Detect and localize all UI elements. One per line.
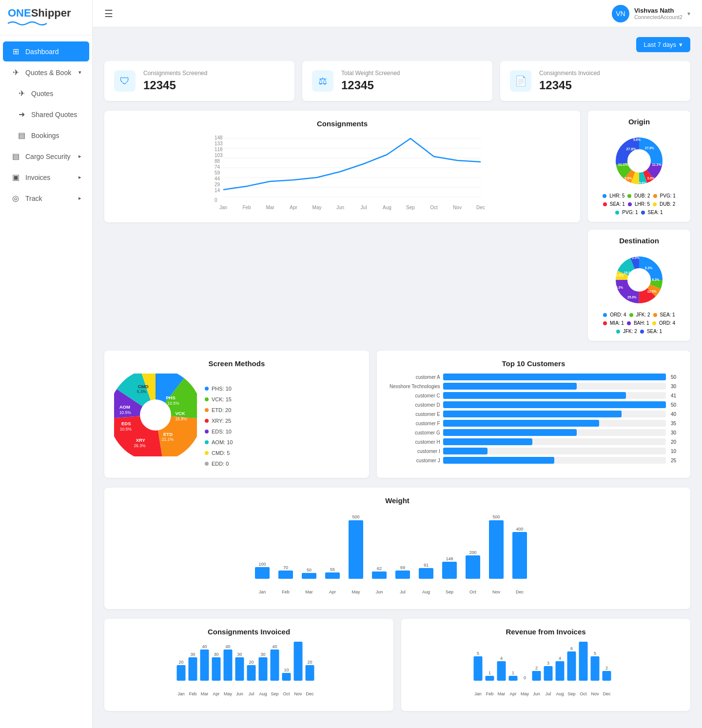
sidebar-item-cargo-security[interactable]: ▤ Cargo Security ▸	[3, 146, 89, 166]
stat-label-weight-screened: Total Weight Screened	[341, 70, 400, 77]
svg-rect-163	[497, 661, 506, 681]
origin-title: Origin	[595, 118, 683, 126]
svg-text:Dec: Dec	[306, 691, 314, 696]
top10-card: Top 10 Customers customer A 50 Nexshore …	[377, 351, 690, 478]
sidebar-item-invoices[interactable]: ▣ Invoices ▸	[3, 167, 89, 187]
svg-text:5: 5	[477, 651, 479, 656]
svg-text:5.3%: 5.3%	[137, 389, 147, 394]
svg-text:Jan: Jan	[177, 691, 185, 696]
revenue-invoices-chart: 5 Jan 1 Feb 4 Mar 1 Apr 0 May 2 Jun	[411, 642, 681, 700]
top10-bar-row: customer A 50	[387, 374, 681, 380]
svg-text:Sep: Sep	[446, 590, 453, 594]
svg-text:10.5%: 10.5%	[119, 410, 132, 415]
main-area: ☰ VN Vishvas Nath ConnectedAccount2 ▾ La…	[93, 0, 702, 728]
svg-text:14: 14	[214, 188, 220, 193]
user-menu[interactable]: VN Vishvas Nath ConnectedAccount2 ▾	[612, 5, 690, 22]
weight-chart-card: Weight 100 Jan 70 Feb 50 Mar 55 Apr	[104, 488, 690, 609]
weight-chart-title: Weight	[114, 496, 681, 505]
svg-rect-178	[556, 661, 565, 681]
svg-text:Oct: Oct	[430, 205, 438, 210]
invoices-arrow: ▸	[78, 174, 81, 180]
svg-rect-166	[509, 676, 518, 681]
screen-methods-card: Screen Methods	[104, 351, 369, 478]
svg-text:25.0%: 25.0%	[627, 295, 637, 299]
date-filter-button[interactable]: Last 7 days ▾	[636, 37, 691, 52]
svg-text:62: 62	[377, 566, 382, 571]
svg-text:EDS: EDS	[121, 421, 131, 426]
svg-text:Jun: Jun	[533, 691, 540, 696]
hamburger-button[interactable]: ☰	[104, 8, 113, 20]
svg-text:Jun: Jun	[336, 205, 344, 210]
sidebar-item-shared-quotes[interactable]: ➜ Shared Quotes	[3, 104, 89, 124]
scale-icon: ⚖	[312, 70, 333, 92]
svg-text:Apr: Apr	[329, 590, 336, 594]
svg-rect-103	[395, 571, 410, 579]
svg-rect-85	[255, 567, 270, 579]
svg-text:PHS: PHS	[166, 395, 176, 400]
destination-legend: ORD: 4 JFK: 2 SEA: 1 MIA: 1 BAH: 1 ORD: …	[595, 312, 683, 334]
svg-text:Jan: Jan	[259, 590, 266, 594]
svg-rect-88	[278, 571, 293, 579]
sidebar-item-quotes[interactable]: ✈ Quotes	[3, 83, 89, 103]
svg-text:27.8%: 27.8%	[626, 147, 637, 151]
shared-quotes-icon: ➜	[17, 110, 26, 119]
consignments-chart-title: Consignments	[114, 119, 570, 128]
consignments-line-chart: 148 133 118 103 88 74 59 44 29 14 0	[114, 134, 570, 212]
sidebar-item-dashboard[interactable]: ⊞ Dashboard	[3, 41, 89, 61]
svg-text:Jun: Jun	[236, 691, 243, 696]
stat-value-consignments-invoiced: 12345	[539, 79, 600, 92]
svg-text:30: 30	[260, 652, 265, 657]
destination-title: Destination	[595, 236, 683, 245]
svg-rect-148	[282, 673, 291, 681]
svg-rect-142	[259, 657, 268, 681]
svg-text:Nov: Nov	[591, 691, 599, 696]
svg-text:91: 91	[424, 563, 429, 568]
sidebar-item-quotes-book[interactable]: ✈ Quotes & Book ▾	[3, 62, 89, 82]
svg-rect-109	[442, 562, 457, 579]
svg-text:Jul: Jul	[361, 205, 367, 210]
svg-text:Apr: Apr	[290, 205, 297, 210]
svg-rect-136	[235, 657, 244, 681]
consignments-chart-card: Consignments 148 133 118 103 88 74 59 44…	[104, 111, 580, 222]
sidebar-item-track[interactable]: ◎ Track ▸	[3, 188, 89, 208]
quotes-icon: ✈	[17, 89, 26, 98]
svg-text:10: 10	[284, 668, 289, 672]
user-account: ConnectedAccount2	[634, 14, 682, 20]
svg-text:Feb: Feb	[282, 590, 290, 594]
svg-text:50: 50	[307, 568, 312, 572]
svg-rect-127	[200, 649, 209, 681]
logo-one: ONE	[8, 7, 31, 20]
svg-text:Jul: Jul	[249, 691, 254, 696]
svg-text:XRY: XRY	[136, 437, 146, 443]
top10-bars: customer A 50 Nexshore Technologies 30 c…	[387, 374, 681, 464]
sidebar: ONE Shipper ⊞ Dashboard ✈ Quotes & Book …	[0, 0, 93, 728]
svg-rect-172	[532, 671, 541, 681]
svg-text:ETD: ETD	[163, 432, 173, 437]
pie-section: PHS 10.5% VCK 15.8% ETD 21.1% XRY 26.3% …	[114, 374, 359, 469]
stat-card-consignments-screened: 🛡 Consignments Screened 12345	[104, 61, 294, 101]
track-arrow: ▸	[78, 195, 81, 201]
svg-rect-100	[372, 571, 387, 579]
svg-text:Mar: Mar	[498, 691, 506, 696]
svg-text:133: 133	[214, 141, 223, 146]
svg-text:118: 118	[214, 147, 223, 152]
svg-text:30: 30	[237, 652, 242, 657]
svg-rect-118	[512, 532, 527, 579]
svg-text:70: 70	[283, 565, 288, 570]
consignments-row: Consignments 148 133 118 103 88 74 59 44…	[104, 111, 690, 341]
mid-row: Screen Methods	[104, 351, 690, 478]
top10-bar-row: customer D 50	[387, 401, 681, 408]
svg-text:25.0%: 25.0%	[624, 271, 633, 275]
svg-text:Nov: Nov	[492, 590, 501, 594]
svg-rect-154	[306, 665, 314, 681]
svg-text:0: 0	[524, 675, 526, 680]
svg-text:Mar: Mar	[201, 691, 209, 696]
svg-text:4: 4	[500, 656, 503, 661]
logo-wave-icon	[8, 20, 47, 26]
top10-title: Top 10 Customers	[387, 359, 681, 368]
top10-bar-row: Nexshore Technologies 30	[387, 383, 681, 390]
sidebar-item-bookings[interactable]: ▤ Bookings	[3, 125, 89, 145]
svg-text:20: 20	[249, 660, 254, 665]
svg-text:500: 500	[492, 514, 500, 519]
bottom-row: Consignments Invoiced 20 Jan 30 Feb 40 M…	[104, 619, 690, 711]
